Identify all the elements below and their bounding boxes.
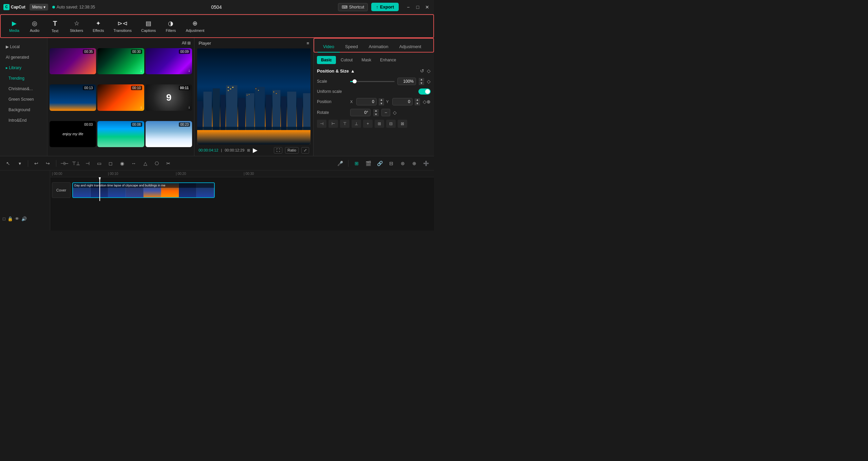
sidebar-item-background[interactable]: Background — [2, 105, 45, 115]
sidebar-item-intro-end[interactable]: Intro&End — [2, 115, 45, 125]
sub-tab-basic[interactable]: Basic — [317, 56, 336, 64]
zoom-out-button[interactable]: ⊕ — [410, 159, 419, 168]
position-y-input[interactable] — [392, 98, 413, 105]
uniform-scale-toggle[interactable] — [418, 88, 431, 95]
align-left-button[interactable]: ⊣ — [317, 120, 326, 128]
maximize-button[interactable]: □ — [414, 4, 421, 10]
sidebar-item-library[interactable]: ▸ Library — [2, 63, 45, 73]
diamond-button[interactable]: ◇ — [427, 68, 431, 74]
align-bottom-button[interactable]: ⊞ — [375, 120, 384, 128]
sidebar-item-green-screen[interactable]: Green Screen — [2, 94, 45, 104]
toolbar-item-stickers[interactable]: ☆ Stickers — [65, 18, 88, 35]
toolbar-item-captions[interactable]: ▤ Captions — [136, 18, 161, 35]
position-x-input[interactable] — [356, 98, 377, 105]
rotate-down[interactable]: ▼ — [373, 113, 379, 116]
export-button[interactable]: ↑ Export — [371, 3, 399, 11]
position-diamond-button[interactable]: ◇⊕ — [423, 99, 431, 104]
triangle-button[interactable]: △ — [140, 159, 150, 168]
menu-button[interactable]: Menu ▾ — [30, 4, 48, 11]
toolbar-item-text[interactable]: T Text — [45, 18, 65, 35]
diamond2-button[interactable]: ⎔ — [152, 159, 162, 168]
toolbar-item-effects[interactable]: ✦ Effects — [88, 18, 109, 35]
reset-button[interactable]: ↺ — [420, 68, 424, 74]
trim-button[interactable]: ⊤⊥ — [71, 159, 81, 168]
media-thumb-6[interactable]: 9 00:11 ↓ — [146, 84, 192, 111]
scale-slider[interactable] — [350, 81, 395, 82]
rotate-diamond-button[interactable]: ◇ — [393, 110, 397, 115]
sidebar-item-christmas[interactable]: Christmas&... — [2, 84, 45, 94]
circle-button[interactable]: ◉ — [117, 159, 127, 168]
align2-button[interactable]: ⊟ — [386, 159, 396, 168]
lock-track-icon[interactable]: 🔒 — [7, 216, 13, 221]
close-button[interactable]: ✕ — [424, 4, 431, 10]
sub-tab-enhance[interactable]: Enhance — [376, 56, 400, 64]
rotate-input[interactable] — [350, 109, 371, 116]
scale-up-button[interactable]: ▲ — [419, 78, 424, 81]
toolbar-item-adjustment[interactable]: ⊕ Adjustment — [181, 18, 209, 35]
minimize-button[interactable]: − — [405, 4, 412, 10]
zoom-in-button[interactable]: ➕ — [421, 159, 431, 168]
video-clip[interactable]: Day and night transition time lapse of c… — [72, 182, 215, 198]
visibility-icon[interactable]: 👁 — [15, 216, 19, 221]
align-distribute-v-button[interactable]: ⊠ — [398, 120, 407, 128]
select-tool-button[interactable]: ↖ — [3, 159, 13, 168]
scale-diamond-button[interactable]: ◇ — [427, 79, 431, 84]
media-thumb-7[interactable]: enjoy my life 00:03 — [50, 121, 96, 147]
split-button[interactable]: ⊣⊢ — [60, 159, 69, 168]
position-y-down[interactable]: ▼ — [415, 102, 420, 105]
scale-slider-thumb[interactable] — [353, 79, 357, 83]
media-thumb-8[interactable]: 00:08 — [97, 121, 144, 147]
sub-tab-cutout[interactable]: Cutout — [337, 56, 357, 64]
audio-track-icon[interactable]: 🔊 — [21, 216, 27, 221]
mic-button[interactable]: 🎤 — [335, 159, 345, 168]
loop-button[interactable]: ◻ — [106, 159, 115, 168]
position-x-up[interactable]: ▲ — [379, 98, 384, 102]
video-track-button[interactable]: 🎬 — [363, 159, 373, 168]
media-thumb-9[interactable]: 00:23 — [146, 121, 192, 147]
shortcut-button[interactable]: ⌨ Shortcut — [338, 3, 368, 11]
rotate-minus-button[interactable]: − — [381, 109, 390, 116]
scale-down-button[interactable]: ▼ — [419, 82, 424, 85]
crop-button[interactable]: ⊣ — [83, 159, 92, 168]
select-dropdown-button[interactable]: ▾ — [15, 159, 24, 168]
scissors-button[interactable]: ✂ — [164, 159, 173, 168]
tab-adjustment[interactable]: Adjustment — [394, 41, 427, 53]
link-button[interactable]: ⊞ — [352, 159, 361, 168]
rotate-up[interactable]: ▲ — [373, 109, 379, 113]
sidebar-item-trending[interactable]: Trending — [2, 73, 45, 83]
all-filter-button[interactable]: All ⊞ — [182, 41, 191, 45]
redo-button[interactable]: ↪ — [43, 159, 53, 168]
align-center-h-button[interactable]: ⊢ — [328, 120, 338, 128]
ratio-button[interactable]: Ratio — [285, 147, 299, 154]
sidebar-item-ai-generated[interactable]: AI generated — [2, 52, 45, 62]
align-center-v-button[interactable]: + — [363, 120, 373, 128]
position-y-up[interactable]: ▲ — [415, 98, 420, 102]
fullscreen-button[interactable]: ⛶ — [274, 147, 282, 154]
tab-speed[interactable]: Speed — [340, 41, 363, 53]
flip-button[interactable]: ↔ — [129, 159, 138, 168]
align-top-button[interactable]: ⊥ — [352, 120, 361, 128]
align-right-button[interactable]: ⊤ — [340, 120, 350, 128]
toolbar-item-media[interactable]: ▶ Media — [4, 18, 24, 35]
expand-button[interactable]: ⤢ — [301, 147, 309, 154]
sub-tab-mask[interactable]: Mask — [357, 56, 375, 64]
media-thumb-2[interactable]: 00:30 ↓ — [97, 48, 144, 74]
chain-button[interactable]: 🔗 — [375, 159, 384, 168]
play-button[interactable]: ▶ — [253, 146, 258, 154]
rectangle-button[interactable]: ▭ — [94, 159, 104, 168]
media-thumb-3[interactable]: 00:09 ↓ — [146, 48, 192, 74]
scale-input[interactable] — [397, 78, 416, 85]
position-x-down[interactable]: ▼ — [379, 102, 384, 105]
toolbar-item-audio[interactable]: ◎ Audio — [24, 18, 45, 35]
media-thumb-1[interactable]: 00:35 — [50, 48, 96, 74]
align-distribute-h-button[interactable]: ⊟ — [386, 120, 396, 128]
subtitle-button[interactable]: ⊛ — [398, 159, 408, 168]
media-thumb-5[interactable]: 00:10 ↓ — [97, 84, 144, 111]
tab-video[interactable]: Video — [318, 41, 340, 53]
expand-track-icon[interactable]: □ — [3, 216, 5, 221]
media-thumb-4[interactable]: 00:13 — [50, 84, 96, 111]
tab-animation[interactable]: Animation — [363, 41, 394, 53]
toolbar-item-transitions[interactable]: ⊳⊲ Transitions — [109, 18, 136, 35]
toolbar-item-filters[interactable]: ◑ Filters — [161, 18, 181, 35]
sidebar-item-local[interactable]: ▶ Local — [2, 42, 45, 52]
